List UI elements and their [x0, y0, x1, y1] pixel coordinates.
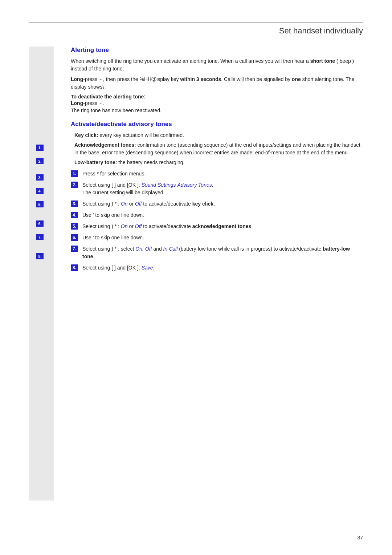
key-click-desc: Key click: every key actuation will be c… [71, 131, 363, 139]
alerting-tone-title: Alerting tone [71, 46, 363, 54]
page-title-area: Set handset individually [29, 22, 363, 36]
step-7-item: 7. Select using ) * : select On, Off and… [71, 245, 363, 260]
step-2-bullet: 2. [71, 182, 78, 188]
page-title: Set handset individually [279, 26, 363, 36]
step-number-2: 2. [36, 158, 44, 164]
step-3-text: Select using ) * : On or Off to activate… [82, 200, 363, 208]
step-6-bullet: 6. [71, 234, 78, 241]
step-number-3: 3. [36, 174, 44, 181]
low-battery-desc: Low-battery tone: the battery needs rech… [71, 159, 363, 166]
step-6-text: Use ' to skip one line down. [82, 234, 363, 242]
step-number-7: 7. [36, 234, 44, 240]
step-4-item: 4. Use ' to skip one line down. [71, 211, 363, 219]
alerting-tone-section: Alerting tone When switching off the rin… [71, 46, 363, 113]
main-content: Alerting tone When switching off the rin… [64, 46, 363, 275]
reactivated-line: The ring tone has now been reactivated. [71, 108, 363, 113]
step-2-text: Select using [ ] and [OK ]: Sound Settin… [82, 181, 363, 197]
step-7-text: Select using ) * : select On, Off and In… [82, 245, 363, 260]
steps-list: 1. Press * for selection menus. 2. Selec… [71, 170, 363, 272]
advisory-tones-section: Activate/deactivate advisory tones Key c… [71, 121, 363, 272]
step-number-8: 8. [36, 253, 44, 259]
step-8-item: 8. Select using [ ] and [OK ]: Save. [71, 264, 363, 272]
long-press-2: Long-press ~ . [71, 100, 363, 106]
alerting-long-press-1: Long-press ~ , then press the %HHⓓisplay… [71, 76, 363, 91]
page-number: 37 [357, 535, 363, 540]
step-4-text: Use ' to skip one line down. [82, 211, 363, 219]
deactivate-title: To deactivate the alerting tone: [71, 94, 363, 100]
step-numbers-column: 1. 2. 3. 4. 5. 6. 7. 8. [36, 145, 44, 267]
left-column: Step by step 1. 2. 3. 4. 5. 6. 7. 8. [29, 46, 64, 275]
step-2-item: 2. Select using [ ] and [OK ]: Sound Set… [71, 181, 363, 197]
alerting-tone-description: When switching off the ring tone you can… [71, 57, 363, 73]
step-1-bullet: 1. [71, 170, 78, 177]
step-3-bullet: 3. [71, 200, 78, 207]
step-7-bullet: 7. [71, 246, 78, 252]
step-number-5: 5. [36, 201, 44, 207]
step-number-4: 4. [36, 188, 44, 194]
step-1-text: Press * for selection menus. [82, 170, 363, 178]
step-8-bullet: 8. [71, 264, 78, 271]
content-area: Step by step 1. 2. 3. 4. 5. 6. 7. 8. Ale… [29, 46, 363, 275]
step-3-item: 3. Select using ) * : On or Off to activ… [71, 200, 363, 208]
step-4-bullet: 4. [71, 212, 78, 218]
step-8-text: Select using [ ] and [OK ]: Save. [82, 264, 363, 272]
acknowledgement-tones-desc: Acknowledgement tones: confirmation tone… [71, 141, 363, 157]
step-6-item: 6. Use ' to skip one line down. [71, 234, 363, 242]
step-number-6: 6. [36, 220, 44, 227]
page-container: Set handset individually Step by step 1.… [0, 0, 392, 555]
step-1-item: 1. Press * for selection menus. [71, 170, 363, 178]
step-5-text: Select using ) * : On or Off to activate… [82, 223, 363, 230]
advisory-tones-title: Activate/deactivate advisory tones [71, 121, 363, 128]
step-5-bullet: 5. [71, 223, 78, 230]
gray-background [29, 46, 54, 501]
step-number-1: 1. [36, 145, 44, 151]
step-5-item: 5. Select using ) * : On or Off to activ… [71, 223, 363, 230]
